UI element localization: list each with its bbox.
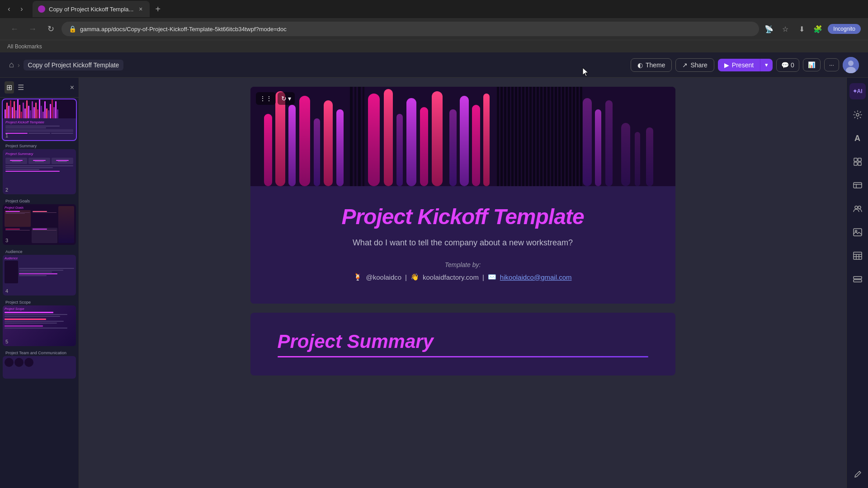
- svg-rect-4: [264, 114, 272, 186]
- download-icon[interactable]: ⬇: [795, 23, 808, 35]
- svg-point-65: [858, 206, 861, 209]
- strip-panel-button[interactable]: [849, 271, 866, 287]
- slide-number-3: 3: [5, 238, 8, 243]
- slide-thumbnail-1[interactable]: Project Kickoff Template 1: [3, 99, 76, 140]
- grid-view-button[interactable]: ⊞: [5, 81, 14, 94]
- breadcrumb: ⌂ › Copy of Project Kickoff Template: [9, 60, 625, 70]
- profile-button[interactable]: Incognito: [828, 24, 861, 34]
- svg-rect-31: [519, 87, 521, 186]
- team-panel-button[interactable]: [849, 201, 866, 217]
- comment-icon: 💬: [781, 61, 789, 69]
- slide-thumb-4: Audience: [3, 255, 76, 296]
- cast-icon[interactable]: 📡: [763, 23, 775, 35]
- svg-rect-73: [854, 277, 862, 279]
- slide-thumbnail-6[interactable]: Project Team and Communication: [3, 350, 76, 379]
- bookmark-star-icon[interactable]: ☆: [779, 23, 792, 35]
- url-text: gamma.app/docs/Copy-of-Project-Kickoff-T…: [80, 26, 287, 33]
- slide-thumbnail-3[interactable]: Project Goals Project Goals: [3, 198, 76, 245]
- sidebar-view-buttons: ⊞ ☰: [5, 81, 26, 94]
- slide-2-content: Project Summary: [250, 313, 675, 375]
- svg-rect-6: [288, 105, 296, 186]
- avatar-image: [843, 57, 859, 73]
- svg-rect-16: [432, 91, 443, 186]
- ai-panel-button[interactable]: ✦AI: [849, 83, 866, 99]
- sidebar-close-button[interactable]: ×: [70, 84, 74, 92]
- home-icon[interactable]: ⌂: [9, 60, 14, 70]
- slide-1: ⋮⋮ ↻ ▾: [250, 87, 675, 304]
- app-container: ⌂ › Copy of Project Kickoff Template ◐ T…: [0, 52, 868, 488]
- svg-rect-54: [646, 127, 653, 186]
- address-bar[interactable]: 🔒 gamma.app/docs/Copy-of-Project-Kickoff…: [61, 22, 759, 36]
- svg-rect-48: [580, 87, 582, 186]
- tab-favicon: [38, 5, 45, 13]
- slide-label-6: Project Team and Communication: [3, 350, 76, 356]
- right-panel: ✦AI A: [846, 78, 868, 488]
- tab-forward-arrow[interactable]: ›: [16, 4, 27, 14]
- svg-rect-58: [858, 158, 861, 161]
- svg-rect-43: [562, 87, 564, 186]
- slide-label-5: Project Scope: [3, 299, 76, 305]
- extensions-icon[interactable]: 🧩: [811, 23, 824, 35]
- tab-close-button[interactable]: ×: [137, 5, 144, 13]
- ai-icon: ✦AI: [853, 88, 863, 94]
- author-email-link[interactable]: hikoolaidco@gmail.com: [500, 273, 572, 281]
- comment-count: 0: [791, 61, 794, 69]
- list-view-button[interactable]: ☰: [16, 81, 26, 94]
- svg-rect-36: [537, 87, 539, 186]
- slide-link-button[interactable]: ↻ ▾: [278, 92, 295, 105]
- breadcrumb-current: Copy of Project Kickoff Template: [24, 60, 124, 70]
- comment-button[interactable]: 💬 0: [776, 58, 799, 72]
- settings-panel-button[interactable]: [849, 107, 866, 123]
- svg-rect-33: [526, 87, 528, 186]
- layout-panel-button[interactable]: [849, 154, 866, 170]
- share-button[interactable]: ↗ Share: [675, 58, 714, 72]
- svg-rect-15: [420, 107, 428, 186]
- present-dropdown-button[interactable]: ▾: [760, 59, 773, 71]
- svg-rect-24: [483, 94, 490, 186]
- share-icon: ↗: [682, 61, 688, 69]
- svg-rect-14: [406, 98, 416, 186]
- edit-panel-button[interactable]: [849, 466, 866, 483]
- svg-rect-50: [595, 109, 601, 186]
- svg-rect-21: [449, 109, 457, 186]
- forward-button[interactable]: →: [25, 22, 40, 36]
- typography-panel-button[interactable]: A: [849, 130, 866, 146]
- separator-2: |: [482, 273, 484, 281]
- toolbar-actions: ◐ Theme ↗ Share ▶ Present ▾ 💬 0 📊 ···: [631, 57, 859, 73]
- layout-icon: [853, 157, 862, 166]
- lock-icon: 🔒: [69, 25, 76, 33]
- slide-thumbnail-2[interactable]: Project Summary Project Summary: [3, 143, 76, 194]
- new-tab-button[interactable]: +: [151, 3, 164, 15]
- svg-rect-39: [547, 87, 550, 186]
- reload-button[interactable]: ↻: [43, 22, 58, 36]
- present-button[interactable]: ▶ Present: [718, 59, 760, 71]
- tab-back-arrow[interactable]: ‹: [4, 4, 14, 14]
- image-icon: [853, 228, 862, 236]
- svg-rect-47: [576, 87, 579, 186]
- user-avatar[interactable]: [843, 57, 859, 73]
- table-panel-button[interactable]: [849, 248, 866, 264]
- theme-button[interactable]: ◐ Theme: [631, 58, 672, 72]
- browser-tab[interactable]: Copy of Project Kickoff Templa... ×: [33, 1, 150, 17]
- slide-label-4: Audience: [3, 249, 76, 255]
- image-panel-button[interactable]: [849, 224, 866, 240]
- analytics-button[interactable]: 📊: [803, 58, 821, 71]
- more-options-button[interactable]: ···: [824, 58, 839, 71]
- svg-rect-29: [511, 87, 514, 186]
- slide-edit-toolbar: ⋮⋮ ↻ ▾: [256, 92, 295, 105]
- svg-rect-22: [460, 96, 469, 186]
- team-icon: [853, 205, 863, 212]
- svg-rect-60: [858, 162, 861, 165]
- back-button[interactable]: ←: [7, 22, 22, 36]
- slide-label-3: Project Goals: [3, 198, 76, 204]
- slide-options-button[interactable]: ⋮⋮: [256, 92, 276, 105]
- svg-rect-61: [854, 183, 862, 188]
- slide-thumbnail-4[interactable]: Audience Audience: [3, 249, 76, 296]
- strip-icon: [853, 276, 862, 282]
- svg-rect-53: [635, 132, 640, 186]
- media-panel-button[interactable]: [849, 177, 866, 193]
- svg-rect-26: [500, 87, 503, 186]
- svg-point-1: [848, 61, 854, 66]
- bars-visualization: [250, 87, 675, 186]
- slide-thumbnail-5[interactable]: Project Scope Project Scope: [3, 299, 76, 346]
